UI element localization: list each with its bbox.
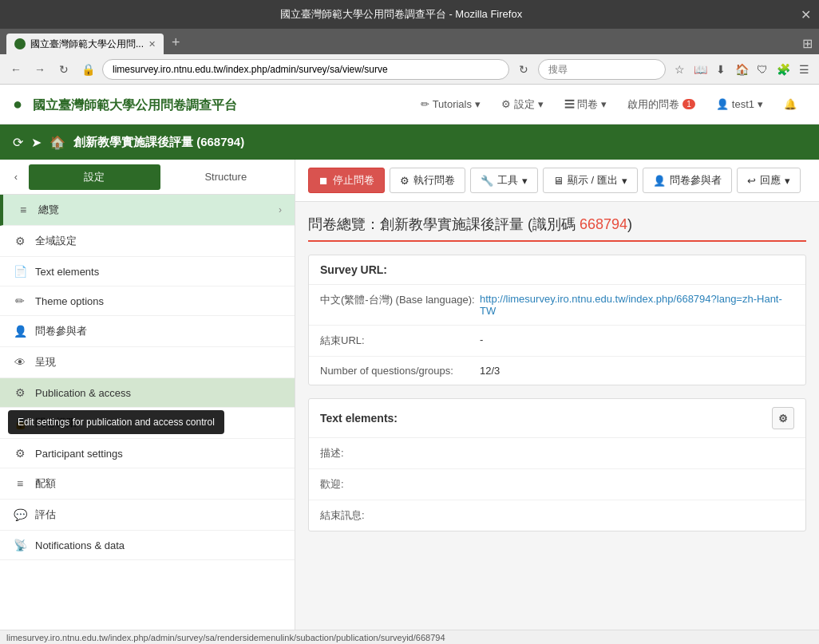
responses-icon: ↩	[747, 175, 756, 187]
text-elements-row-0: 描述:	[309, 438, 805, 469]
sidebar: ‹ 設定 Structure ≡ 總覽 › ⚙ 全域設定 📄 Text elem…	[0, 160, 295, 630]
header-nav: ✏ Tutorials ▾ ⚙ 設定 ▾ ☰ 問卷 ▾ 啟用的問卷 1 👤 te…	[411, 93, 806, 117]
display-icon: 🖥	[553, 175, 564, 187]
text-elements-gear-button[interactable]: ⚙	[772, 407, 794, 429]
sidebar-item-text-elements[interactable]: 📄 Text elements	[0, 257, 295, 286]
home-nav-icon[interactable]: 🏠	[733, 61, 750, 78]
app-header: ● 國立臺灣師範大學公用問卷調查平台 ✏ Tutorials ▾ ⚙ 設定 ▾ …	[0, 85, 819, 124]
browser-chrome: 國立臺灣師範大學公用問卷調查平台 - Mozilla Firefox ✕	[0, 0, 819, 29]
tab-label: 國立臺灣師範大學公用問...	[30, 38, 144, 51]
participants-toolbar-button[interactable]: 👤 問卷參與者	[643, 168, 732, 193]
notifications-nav[interactable]: 🔔	[774, 93, 806, 115]
survey-title-bar: ⟳ ➤ 🏠 創新教學實施課後評量 (668794)	[0, 124, 819, 160]
sidebar-item-presentation[interactable]: 👁 呈現	[0, 347, 295, 378]
download-icon[interactable]: ⬇	[712, 61, 730, 78]
publication-tooltip: Edit settings for publication and access…	[8, 410, 224, 434]
content-area: ⏹ 停止問卷 ⚙ 執行問卷 🔧 工具 ▾ 🖥 顯示 / 匯出 ▾ 👤 問卷參與者	[295, 160, 819, 630]
arrow-icon[interactable]: ➤	[31, 135, 42, 150]
tab-settings[interactable]: 設定	[29, 164, 160, 190]
text-elements-card-body: 描述: 歡迎: 結束訊息:	[309, 438, 805, 531]
close-icon[interactable]: ✕	[801, 7, 811, 22]
assessments-icon: 💬	[13, 508, 27, 521]
responses-button[interactable]: ↩ 回應 ▾	[737, 168, 801, 193]
survey-url-row-1: 結束URL: -	[309, 326, 805, 357]
active-tab[interactable]: 國立臺灣師範大學公用問... ✕	[6, 34, 164, 54]
forward-button[interactable]: →	[30, 60, 49, 79]
address-bar: ← → ↻ 🔒 ↻ ☆ 📖 ⬇ 🏠 🛡 🧩 ☰	[0, 54, 819, 85]
sidebar-item-publication[interactable]: ⚙ Publication & access Edit settings for…	[0, 378, 295, 408]
shield-icon[interactable]: 🛡	[754, 61, 771, 78]
sidebar-item-theme-options[interactable]: ✏ Theme options	[0, 286, 295, 316]
survey-url-card-body: 中文(繁體-台灣) (Base language): http://limesu…	[309, 285, 805, 385]
tab-bar: 國立臺灣師範大學公用問... ✕ + ⊞	[0, 29, 819, 54]
home-survey-icon[interactable]: 🏠	[49, 135, 65, 150]
sidebar-item-overview[interactable]: ≡ 總覽 ›	[0, 195, 295, 226]
survey-url-card-header: Survey URL:	[309, 255, 805, 285]
expand-icon: ›	[279, 204, 282, 215]
new-tab-button[interactable]: +	[167, 34, 185, 54]
execute-survey-button[interactable]: ⚙ 執行問卷	[390, 168, 465, 193]
status-bar: limesurvey.iro.ntnu.edu.tw/index.php/adm…	[0, 630, 819, 644]
address-input[interactable]	[102, 59, 509, 80]
app-logo[interactable]: ● 國立臺灣師範大學公用問卷調查平台	[13, 95, 411, 114]
text-elements-card: Text elements: ⚙ 描述: 歡迎: 結束訊息:	[308, 398, 806, 531]
tutorials-nav[interactable]: ✏ Tutorials ▾	[411, 93, 490, 115]
tools-icon: 🔧	[481, 175, 493, 187]
tab-favicon	[14, 38, 26, 49]
sidebar-collapse-button[interactable]: ‹	[3, 164, 29, 190]
notifications-icon: 📡	[13, 539, 27, 551]
text-elements-card-header: Text elements: ⚙	[309, 399, 805, 438]
survey-url-link[interactable]: http://limesurvey.iro.ntnu.edu.tw/index.…	[480, 293, 782, 317]
active-surveys-nav[interactable]: 啟用的問卷 1	[618, 93, 705, 117]
quotas-icon: ≡	[13, 477, 27, 490]
bookmark-icon[interactable]: ☆	[671, 61, 688, 78]
status-url: limesurvey.iro.ntnu.edu.tw/index.php/adm…	[6, 633, 445, 642]
global-settings-icon: ⚙	[13, 235, 27, 247]
survey-url-row-2: Number of questions/groups: 12/3	[309, 357, 805, 385]
stop-survey-button[interactable]: ⏹ 停止問卷	[308, 168, 385, 193]
spinner-icon: ⟳	[13, 135, 23, 150]
overview-icon: ≡	[16, 203, 30, 216]
sidebar-item-notifications[interactable]: 📡 Notifications & data	[0, 531, 295, 560]
sidebar-item-participants[interactable]: 👤 問卷參與者	[0, 316, 295, 347]
participants-toolbar-icon: 👤	[653, 175, 666, 187]
tools-button[interactable]: 🔧 工具 ▾	[470, 168, 538, 193]
sidebar-item-assessments[interactable]: 💬 評估	[0, 500, 295, 531]
tab-close-button[interactable]: ✕	[148, 39, 156, 49]
user-nav[interactable]: 👤 test1 ▾	[706, 93, 773, 115]
tab-structure[interactable]: Structure	[160, 164, 292, 190]
overview-title: 問卷總覽：創新教學實施課後評量 (識別碼 668794)	[308, 215, 806, 242]
presentation-icon: 👁	[13, 356, 27, 369]
home-button[interactable]: 🔒	[78, 60, 97, 79]
theme-options-icon: ✏	[13, 294, 27, 307]
search-input[interactable]	[538, 59, 666, 80]
text-elements-row-1: 歡迎:	[309, 469, 805, 500]
browser-title: 國立臺灣師範大學公用問卷調查平台 - Mozilla Firefox	[8, 7, 794, 22]
text-elements-row-2: 結束訊息:	[309, 500, 805, 531]
sidebar-item-quotas[interactable]: ≡ 配額	[0, 468, 295, 500]
settings-nav[interactable]: ⚙ 設定 ▾	[492, 93, 553, 117]
publication-icon: ⚙	[13, 386, 27, 399]
execute-icon: ⚙	[400, 175, 410, 187]
text-elements-icon: 📄	[13, 265, 27, 278]
display-export-button[interactable]: 🖥 顯示 / 匯出 ▾	[543, 168, 638, 193]
survey-url-card: Survey URL: 中文(繁體-台灣) (Base language): h…	[308, 255, 806, 385]
menu-icon[interactable]: ☰	[795, 61, 813, 78]
toolbar: ⏹ 停止問卷 ⚙ 執行問卷 🔧 工具 ▾ 🖥 顯示 / 匯出 ▾ 👤 問卷參與者	[295, 160, 819, 202]
sidebar-header: ‹ 設定 Structure	[0, 160, 295, 195]
reading-mode-icon[interactable]: 📖	[691, 61, 709, 78]
address-bar-icons: ☆ 📖 ⬇ 🏠 🛡 🧩 ☰	[671, 61, 813, 78]
tab-grid-button[interactable]: ⊞	[802, 36, 813, 54]
survey-overview: 問卷總覽：創新教學實施課後評量 (識別碼 668794) Survey URL:…	[295, 202, 819, 557]
sidebar-item-participant-settings[interactable]: ⚙ Participant settings	[0, 439, 295, 468]
survey-title: 創新教學實施課後評量 (668794)	[73, 135, 244, 150]
refresh-button[interactable]: ↻	[54, 60, 73, 79]
sidebar-item-global-settings[interactable]: ⚙ 全域設定	[0, 226, 295, 257]
main-layout: ‹ 設定 Structure ≡ 總覽 › ⚙ 全域設定 📄 Text elem…	[0, 160, 819, 630]
active-surveys-badge: 1	[682, 99, 695, 109]
extension-icon[interactable]: 🧩	[774, 61, 792, 78]
participants-icon: 👤	[13, 325, 27, 338]
back-button[interactable]: ←	[6, 60, 26, 79]
reload-button[interactable]: ↻	[514, 60, 533, 79]
surveys-nav[interactable]: ☰ 問卷 ▾	[555, 93, 617, 117]
